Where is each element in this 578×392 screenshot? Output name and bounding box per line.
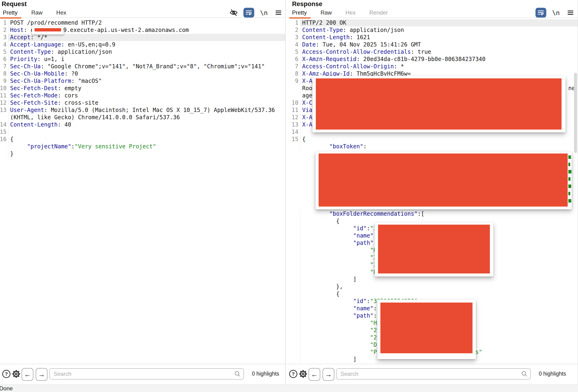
next-match-button[interactable]: → [323,368,334,381]
line-number [287,269,300,276]
code-line: "boxFolderRecommendations":[ [287,210,578,218]
word-wrap-icon[interactable] [535,8,546,18]
line-number: 11 [0,92,8,99]
redaction-fill [316,78,562,130]
request-editor[interactable]: 1POST /prod/recommend HTTP/22Host: c9.ex… [0,18,285,364]
redaction-fill [380,303,473,353]
line-number [287,349,300,356]
line-number [287,85,300,92]
code-text: HTTP/2 200 OK [300,19,578,27]
line-number [287,92,300,99]
code-text: "projectName":"Very sensitive Project" [8,143,285,150]
line-number [287,319,300,327]
code-text: Priority: u=1, i [8,56,285,63]
tab-pretty[interactable]: Pretty [289,8,311,18]
prev-match-button[interactable]: ← [308,368,320,381]
help-icon[interactable]: ? [288,368,299,380]
tab-pretty[interactable]: Pretty [0,8,21,18]
code-text: POST /prod/recommend HTTP/2 [8,19,285,27]
line-number: 13 [287,121,300,128]
code-text: Content-Type: application/json [300,27,578,34]
code-text: Content-Length: 40 [8,121,285,128]
request-tabbar: Pretty Raw Hex [0,8,285,18]
code-text: }, [300,283,578,290]
code-text: Accept-Language: en-US,en;q=0.9 [8,41,285,48]
search-input[interactable] [49,368,244,380]
line-number: 3 [0,34,8,41]
line-number: 1 [0,19,8,27]
line-number: 12 [287,114,300,121]
line-number: 13 [0,107,8,121]
code-line: 7Sec-Ch-Ua: "Google Chrome";v="141", "No… [0,63,285,70]
newline-icon[interactable]: \n [259,8,269,17]
menu-icon[interactable] [566,8,576,17]
line-number: 8 [287,70,300,78]
token-text-sliver [568,156,571,159]
code-line: 9Sec-Ch-Ua-Platform: "macOS" [0,78,285,85]
tab-hex[interactable]: Hex [343,8,359,18]
tab-render[interactable]: Render [367,8,392,18]
redaction-fill [319,154,568,207]
code-line: 13User-Agent: Mozilla/5.0 (Macintosh; In… [0,107,285,121]
code-line: 4Date: Tue, 04 Nov 2025 15:41:26 GMT [287,41,578,48]
gear-icon[interactable] [298,368,308,380]
code-text: Access-Control-Allow-Origin: * [300,63,578,70]
code-text: "boxToken": [300,143,578,150]
line-number [287,232,300,239]
line-number [287,298,300,305]
newline-icon[interactable]: \n [551,8,561,17]
gear-icon[interactable] [11,368,22,380]
tab-hex[interactable]: Hex [53,8,70,18]
line-number [287,290,300,298]
line-number: 6 [0,56,8,63]
redaction-host [32,27,64,35]
line-number [287,305,300,312]
line-number [287,283,300,290]
code-line: 1POST /prod/recommend HTTP/2 [0,19,285,27]
tab-raw[interactable]: Raw [318,8,336,18]
code-line: 6X-Amzn-Requestid: 20ed34da-c81b-4279-bb… [287,56,578,63]
word-wrap-icon[interactable] [243,8,254,18]
next-match-button[interactable]: → [36,368,48,381]
code-text [8,128,285,136]
code-text: { [300,290,578,298]
redaction-response-headers [312,76,566,132]
code-text: Sec-Ch-Ua: "Google Chrome";v="141", "Not… [8,63,285,70]
line-number: 1 [287,19,300,27]
token-text-sliver [568,163,570,166]
code-text: Sec-Ch-Ua-Mobile: ?0 [8,70,285,78]
help-icon[interactable]: ? [1,368,12,380]
line-number: 11 [287,107,300,114]
redaction-recommendation-2 [377,300,476,359]
code-text: Access-Control-Allow-Credentials: true [300,48,578,56]
code-line: 15 [0,128,285,136]
response-scrollbar-thumb[interactable] [574,73,577,153]
code-text: User-Agent: Mozilla/5.0 (Macintosh; Inte… [8,107,285,121]
line-number: 10 [287,99,300,107]
tab-raw[interactable]: Raw [28,8,46,18]
line-number [287,239,300,247]
eye-off-icon[interactable] [229,8,239,17]
code-text: Host: c9.execute-api.us-west-2.amazonaws… [8,27,285,34]
request-toolbar: \n [229,8,283,17]
menu-icon[interactable] [274,8,283,17]
status-text: Done [0,385,13,392]
status-bar: Done [0,385,578,392]
line-number: 2 [287,27,300,34]
line-number [287,218,300,225]
search-field-wrap [336,368,531,380]
code-line: 8Sec-Ch-Ua-Mobile: ?0 [0,70,285,78]
line-number: 14 [287,128,300,136]
line-number: 5 [0,48,8,56]
code-text: "boxFolderRecommendations":[ [300,210,578,218]
line-number [287,341,300,349]
search-input[interactable] [336,368,531,380]
prev-match-button[interactable]: ← [22,368,33,381]
code-line: 4Accept-Language: en-US,en;q=0.9 [0,41,285,48]
line-number [287,356,300,363]
redaction-recommendation-1 [375,223,493,276]
code-line: 3Accept: */* [0,34,285,41]
code-line: 10Sec-Fetch-Dest: empty [0,85,285,92]
line-number [0,150,8,157]
line-number: 9 [287,78,300,85]
